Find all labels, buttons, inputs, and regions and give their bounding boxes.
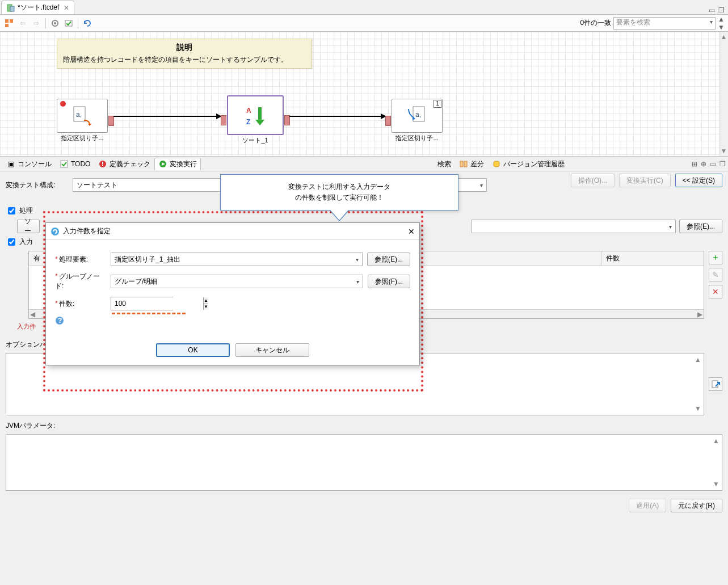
delete-row-button[interactable]: ✕ [709, 285, 722, 298]
callout-annotation: 変換テストに利用する入力データ の件数を制限して実行可能！ [220, 174, 458, 211]
tab-todo[interactable]: TODO [56, 158, 94, 170]
scroll-down-icon[interactable]: ▼ [713, 480, 721, 488]
views-tabbar: ▣コンソール TODO 定義チェック 変換実行 検索 差分 バージョン管理履歴 … [0, 157, 728, 171]
svg-text:A: A [246, 107, 251, 115]
node-extract[interactable]: a, 指定区切り子... [57, 99, 108, 142]
svg-rect-22 [712, 381, 718, 388]
expand-icon[interactable]: ⊕ [701, 160, 706, 168]
process-chk-label: 処理 [19, 206, 33, 216]
ref-select-right[interactable] [472, 220, 676, 233]
svg-rect-4 [5, 24, 9, 27]
highlight-underline [112, 313, 186, 314]
node-output[interactable]: 1 a, 指定区切り子... [392, 99, 443, 142]
proc-elem-label: 処理要素: [55, 255, 106, 264]
input-error-label: 入力件 [17, 322, 36, 331]
import-param-button[interactable] [709, 377, 722, 391]
maximize-icon[interactable]: ❐ [718, 6, 725, 14]
note-title: 説明 [63, 43, 306, 53]
ok-button[interactable]: OK [156, 343, 230, 357]
table-col-count[interactable]: 件数 [601, 251, 704, 266]
browse-e-button[interactable]: 参照(E)... [367, 252, 410, 266]
tab-search[interactable]: 検索 [434, 158, 455, 170]
count-label: 件数: [55, 299, 106, 309]
back-icon[interactable]: ⇦ [17, 18, 28, 29]
search-prev-icon[interactable]: ▲ [718, 15, 725, 23]
flow-canvas[interactable]: 説明 階層構造を持つレコードを特定の項目をキーにソートするサンプルです。 a, … [0, 32, 728, 157]
help-icon[interactable]: ? [55, 316, 64, 325]
svg-point-6 [54, 22, 56, 24]
browse-button-right[interactable]: 参照(E)... [679, 220, 722, 233]
validate-icon[interactable] [63, 18, 74, 29]
scroll-down-icon[interactable]: ▼ [695, 405, 702, 413]
run-transform-button: 変換実行(C) [619, 174, 671, 187]
editor-tabbar: *ソート.ftcdef ✕ ▭ ❐ [0, 0, 728, 15]
process-checkbox[interactable] [8, 207, 15, 214]
svg-rect-14 [61, 161, 68, 167]
svg-text:?: ? [58, 317, 62, 325]
tab-close-icon[interactable]: ✕ [64, 4, 69, 12]
connector[interactable] [113, 116, 221, 117]
node-order-badge: 1 [434, 100, 441, 108]
view-max-icon[interactable]: ❐ [719, 160, 726, 168]
description-note[interactable]: 説明 階層構造を持つレコードを特定の項目をキーにソートするサンプルです。 [57, 39, 312, 69]
dialog-icon [51, 227, 60, 236]
svg-text:a,: a, [415, 111, 421, 119]
element-search-input[interactable]: 要素を検索 [613, 17, 716, 30]
forward-icon[interactable]: ⇨ [31, 18, 42, 29]
canvas-scrollbar[interactable]: ▲▼ [719, 32, 728, 156]
count-input[interactable] [111, 297, 203, 310]
config-label: 変換テスト構成: [6, 180, 68, 190]
spin-up-icon[interactable]: ▲ [204, 297, 208, 304]
svg-rect-17 [102, 165, 103, 166]
tab-defcheck[interactable]: 定義チェック [94, 158, 154, 170]
apply-button: 適用(A) [629, 499, 666, 512]
spin-down-icon[interactable]: ▼ [204, 304, 208, 310]
tab-transform-run[interactable]: 変換実行 [154, 158, 201, 170]
diff-icon [459, 159, 468, 169]
tab-version[interactable]: バージョン管理履歴 [488, 158, 569, 170]
browse-f-button[interactable]: 参照(F)... [368, 275, 410, 288]
cancel-button[interactable]: キャンセル [235, 343, 309, 357]
edit-row-button[interactable]: ✎ [709, 268, 722, 281]
operations-button: 操作(O)... [571, 174, 615, 187]
minimize-icon[interactable]: ▭ [709, 6, 715, 14]
callout-line1: 変換テストに利用する入力データ [230, 182, 449, 192]
todo-icon [60, 159, 69, 169]
dialog-close-icon[interactable]: ✕ [408, 227, 415, 236]
breakpoint-icon[interactable] [60, 101, 66, 107]
editor-toolbar: ⇦ ⇨ 0件の一致 要素を検索 ▲▼ [0, 15, 728, 32]
run-icon [158, 159, 167, 169]
connector[interactable] [289, 116, 386, 117]
refresh-icon[interactable] [82, 18, 93, 29]
scroll-up-icon[interactable]: ▲ [695, 356, 702, 364]
input-count-dialog: 入力件数を指定 ✕ 処理要素: 指定区切り子_1_抽出 参照(E)... グルー… [45, 222, 420, 365]
gear-icon[interactable] [49, 18, 61, 29]
group-node-select[interactable]: グループ/明細 [111, 275, 363, 288]
pin-icon[interactable]: ⊞ [692, 160, 697, 168]
input-chk-label: 入力 [19, 237, 33, 247]
revert-button[interactable]: 元に戻す(R) [671, 499, 722, 512]
svg-text:a,: a, [76, 111, 82, 119]
add-row-button[interactable]: ＋ [709, 251, 722, 264]
svg-rect-16 [102, 162, 103, 165]
tree-toggle-icon[interactable] [3, 18, 15, 29]
dialog-title: 入力件数を指定 [63, 226, 111, 236]
tab-console[interactable]: ▣コンソール [2, 158, 56, 170]
svg-rect-1 [10, 6, 14, 11]
node-sort[interactable]: AZ ソート_1 [227, 95, 284, 145]
file-icon [6, 3, 15, 12]
scroll-up-icon[interactable]: ▲ [713, 437, 721, 445]
svg-text:Z: Z [246, 118, 250, 126]
view-min-icon[interactable]: ▭ [710, 160, 716, 168]
settings-toggle-button[interactable]: << 設定(S) [675, 174, 722, 187]
callout-line2: の件数を制限して実行可能！ [230, 192, 449, 203]
editor-tab[interactable]: *ソート.ftcdef ✕ [1, 1, 74, 14]
tab-title: *ソート.ftcdef [18, 3, 59, 12]
input-checkbox[interactable] [8, 238, 15, 246]
count-spinner[interactable]: ▲▼ [111, 297, 173, 310]
proc-elem-select[interactable]: 指定区切り子_1_抽出 [111, 252, 363, 266]
tab-diff[interactable]: 差分 [455, 158, 488, 170]
sort-prefix-button[interactable]: ソー [17, 220, 40, 233]
jvm-param-textarea[interactable]: ▲▼ [6, 434, 722, 491]
search-next-icon[interactable]: ▼ [718, 23, 725, 31]
